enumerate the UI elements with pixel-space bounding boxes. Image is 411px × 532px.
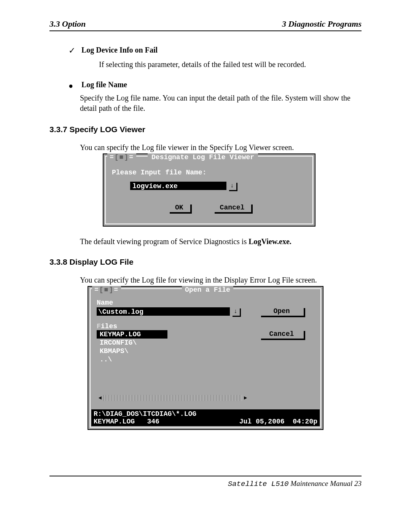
close-icon[interactable]: =[■]= (107, 153, 136, 161)
dropdown-arrow-icon[interactable]: ↓ (231, 307, 240, 316)
header-right: 3 Diagnostic Programs (282, 19, 362, 29)
file-list-item[interactable]: KEYMAP.LOG (97, 330, 167, 339)
open-button[interactable]: Open (260, 307, 304, 316)
footer-model: Satellite L510 (228, 480, 289, 488)
cancel-button[interactable]: Cancel (260, 329, 304, 339)
intro-338: You can specify the Log file for viewing… (80, 276, 362, 284)
close-icon[interactable]: =[■]= (92, 286, 121, 294)
horizontal-scrollbar[interactable]: ◄ ► (97, 394, 249, 402)
intro-337: You can specify the Log file viewer in t… (80, 143, 362, 152)
scroll-left-icon[interactable]: ◄ (97, 395, 104, 401)
file-name-input[interactable]: logview.exe (130, 182, 226, 190)
page-footer: Satellite L510 Maintenance Manual 23 (49, 476, 362, 488)
name-label: Name (97, 299, 113, 307)
ok-button[interactable]: OK (168, 203, 190, 212)
log-file-name-body: Specify the Log file name. You can input… (80, 93, 362, 113)
scroll-track[interactable] (104, 395, 242, 401)
name-input[interactable]: \Custom.log (97, 307, 230, 316)
file-list-item[interactable]: KBMAPS\ (97, 347, 249, 355)
dialog-status-bar: R:\DIAG_DOS\ITCDIAG\*.LOG KEYMAP.LOG 346… (91, 409, 320, 426)
log-device-info-title: Log Device Info on Fail (81, 46, 158, 54)
caption-337: The default viewing program of Service D… (80, 237, 362, 246)
dialog-title: Designate Log File Viewer (148, 153, 258, 161)
status-file: KEYMAP.LOG (94, 418, 135, 425)
log-file-name-title: Log file Name (81, 80, 127, 89)
heading-337: 3.3.7 Specify LOG Viewer (49, 125, 362, 134)
dialog-title: Open a File (182, 286, 233, 294)
files-label: Files (97, 323, 117, 330)
dialog-prompt: Please Input file Name: (112, 169, 206, 176)
header-left: 3.3 Option (49, 19, 86, 29)
dropdown-arrow-icon[interactable]: ↓ (228, 182, 236, 190)
log-device-info-item: ✓ Log Device Info on Fail (68, 46, 362, 56)
status-size: 346 (147, 418, 159, 425)
log-file-name-item: ● Log file Name (68, 80, 362, 89)
file-list-item[interactable]: ..\ (97, 355, 249, 364)
footer-page: 23 (352, 479, 362, 487)
status-time: 04:20p (293, 418, 317, 425)
scroll-right-icon[interactable]: ► (242, 395, 249, 401)
designate-log-viewer-dialog: =[■]= Designate Log File Viewer Please I… (103, 153, 315, 227)
page-header: 3.3 Option 3 Diagnostic Programs (49, 19, 362, 31)
file-list-item[interactable]: IRCONFIG\ (97, 339, 249, 347)
log-device-info-body: If selecting this parameter, details of … (99, 59, 362, 70)
heading-338: 3.3.8 Display LOG File (49, 257, 362, 267)
cancel-button[interactable]: Cancel (213, 203, 252, 212)
check-icon: ✓ (68, 46, 80, 56)
status-date: Jul 05,2006 (239, 418, 285, 425)
bullet-icon: ● (68, 82, 80, 89)
status-path: R:\DIAG_DOS\ITCDIAG\*.LOG (94, 410, 317, 418)
footer-text: Maintenance Manual (288, 479, 352, 487)
open-file-dialog: =[■]= Open a File Name \Custom.log ↓ Ope… (88, 286, 323, 430)
file-list[interactable]: KEYMAP.LOG IRCONFIG\ KBMAPS\ ..\ (97, 330, 249, 364)
